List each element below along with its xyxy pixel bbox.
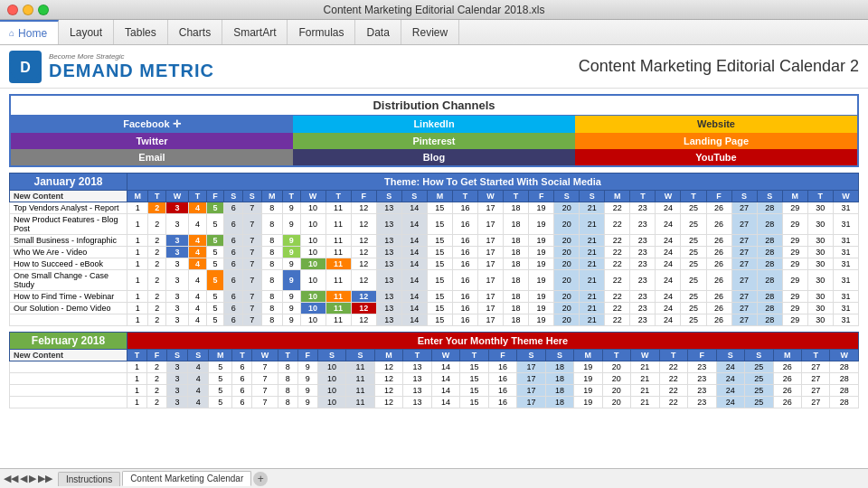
table-row: How to Succeed - eBook 1234567 891011121…: [10, 258, 859, 270]
nav-next[interactable]: ▶: [29, 473, 36, 484]
channel-website[interactable]: Website: [575, 116, 857, 133]
february-theme: Enter Your Monthly Theme Here: [127, 333, 859, 350]
table-row: Our Solution - Demo Video 1234567 891011…: [10, 303, 859, 314]
table-row: One Small Change - Case Study 1234567 89…: [10, 270, 859, 291]
channel-blog[interactable]: Blog: [293, 149, 575, 165]
channel-landing-page[interactable]: Landing Page: [575, 133, 857, 149]
channel-email[interactable]: Email: [11, 149, 293, 165]
february-table: February 2018 Enter Your Monthly Theme H…: [9, 332, 859, 408]
sheet-navigation: ◀◀ ◀ ▶ ▶▶: [4, 473, 52, 484]
close-button[interactable]: [7, 5, 18, 15]
nav-prev[interactable]: ◀: [20, 473, 27, 484]
bottom-bar: ◀◀ ◀ ▶ ▶▶ Instructions Content Marketing…: [0, 468, 868, 488]
table-row: 1234567 891011121314 15161718192021 2223…: [10, 314, 859, 326]
logo-icon: D: [9, 51, 42, 83]
home-icon: ⌂: [9, 28, 14, 38]
tab-layout[interactable]: Layout: [59, 20, 114, 44]
channel-youtube[interactable]: YouTube: [575, 149, 857, 165]
title-bar: Content Marketing Editorial Calendar 201…: [0, 0, 868, 20]
tab-charts[interactable]: Charts: [168, 20, 222, 44]
nav-first[interactable]: ◀◀: [4, 473, 18, 484]
table-row: Small Business - Infographic 1234567 891…: [10, 235, 859, 247]
channel-facebook[interactable]: Facebook ✛: [11, 116, 293, 133]
nav-last[interactable]: ▶▶: [38, 473, 52, 484]
dist-channels-header: Distribution Channels: [11, 96, 857, 116]
table-row: 1234 567891011 12131415161718 1920212223…: [10, 361, 859, 373]
channel-linkedin[interactable]: LinkedIn: [293, 116, 575, 133]
logo-name: Demand Metric: [49, 61, 214, 81]
channel-twitter[interactable]: Twitter: [11, 133, 293, 149]
ribbon-tabs: ⌂ Home Layout Tables Charts SmartArt For…: [0, 20, 459, 44]
january-theme: Theme: How To Get Started With Social Me…: [127, 174, 859, 191]
tab-review[interactable]: Review: [401, 20, 459, 44]
minimize-button[interactable]: [23, 5, 33, 15]
table-row: 1234 567891011 12131415161718 1920212223…: [10, 373, 859, 385]
table-row: 1234 567891011 12131415161718 1920212223…: [10, 397, 859, 408]
logo-area: D Become More Strategic Demand Metric Co…: [0, 45, 868, 89]
svg-text:D: D: [20, 60, 31, 75]
table-row: 1234 567891011 12131415161718 1920212223…: [10, 385, 859, 397]
january-table: January 2018 Theme: How To Get Started W…: [9, 173, 859, 326]
sheet-tab-calendar[interactable]: Content Marketing Calendar: [122, 471, 251, 486]
window-controls: [7, 5, 49, 15]
table-row: Top Vendors Analyst - Report 1234567 891…: [10, 202, 859, 214]
header-title: Content Marketing Editorial Calendar 2: [579, 57, 859, 76]
tab-data[interactable]: Data: [355, 20, 401, 44]
tab-tables[interactable]: Tables: [114, 20, 168, 44]
logo-left: D Become More Strategic Demand Metric: [9, 51, 214, 83]
tab-home[interactable]: ⌂ Home: [0, 20, 59, 44]
main-content: Distribution Channels Facebook ✛ LinkedI…: [0, 89, 868, 419]
channel-pinterest[interactable]: Pinterest: [293, 133, 575, 149]
new-content-header: New Content: [10, 191, 127, 202]
january-month: January 2018: [10, 174, 127, 191]
distribution-channels: Distribution Channels Facebook ✛ LinkedI…: [9, 94, 859, 167]
february-section: February 2018 Enter Your Monthly Theme H…: [9, 332, 859, 408]
dist-channels-grid: Facebook ✛ LinkedIn Website Twitter Pint…: [11, 116, 857, 165]
feb-new-content-header: New Content: [10, 350, 127, 361]
logo-tagline: Become More Strategic: [49, 52, 214, 61]
tab-smartart[interactable]: SmartArt: [222, 20, 288, 44]
sheet-tab-instructions[interactable]: Instructions: [58, 472, 120, 486]
maximize-button[interactable]: [38, 5, 49, 15]
logo-text: Become More Strategic Demand Metric: [49, 52, 214, 81]
table-row: New Product Features - Blog Post 1234567…: [10, 214, 859, 235]
tab-formulas[interactable]: Formulas: [288, 20, 355, 44]
january-section: January 2018 Theme: How To Get Started W…: [9, 173, 859, 326]
february-month: February 2018: [10, 333, 127, 350]
add-sheet-button[interactable]: +: [253, 472, 268, 486]
table-row: Who We Are - Video 1234567 891011121314 …: [10, 247, 859, 258]
ribbon: ⌂ Home Layout Tables Charts SmartArt For…: [0, 20, 868, 45]
window-title: Content Marketing Editorial Calendar 201…: [324, 4, 545, 16]
table-row: How to Find Time - Webinar 1234567 89101…: [10, 291, 859, 303]
